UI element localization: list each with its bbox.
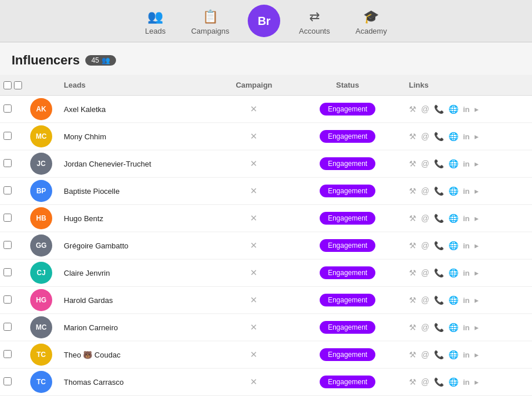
link-phone-icon[interactable]: 📞 bbox=[434, 186, 444, 196]
campaign-x-icon[interactable]: ✕ bbox=[250, 131, 258, 141]
link-at-icon[interactable]: @ bbox=[421, 350, 429, 359]
link-extra-icon[interactable]: ▸ bbox=[475, 186, 479, 196]
link-phone-icon[interactable]: 📞 bbox=[434, 159, 444, 168]
link-web-icon[interactable]: 🌐 bbox=[448, 159, 458, 168]
campaign-x-icon[interactable]: ✕ bbox=[250, 240, 258, 250]
link-linkedin-icon[interactable]: in bbox=[463, 160, 470, 168]
link-web-icon[interactable]: 🌐 bbox=[448, 377, 458, 387]
link-extra-icon[interactable]: ▸ bbox=[475, 241, 479, 250]
link-at-icon[interactable]: @ bbox=[421, 186, 429, 196]
link-at-icon[interactable]: @ bbox=[421, 323, 429, 332]
campaign-x-icon[interactable]: ✕ bbox=[250, 213, 258, 223]
row-checkbox[interactable] bbox=[3, 132, 12, 140]
link-tool-icon[interactable]: ⚒ bbox=[409, 377, 417, 387]
status-badge[interactable]: Engagement bbox=[320, 103, 375, 116]
nav-accounts[interactable]: ⇄ Accounts bbox=[286, 6, 342, 41]
status-badge[interactable]: Engagement bbox=[320, 130, 375, 143]
link-web-icon[interactable]: 🌐 bbox=[448, 241, 458, 250]
link-phone-icon[interactable]: 📞 bbox=[434, 104, 444, 114]
link-phone-icon[interactable]: 📞 bbox=[434, 350, 444, 359]
link-phone-icon[interactable]: 📞 bbox=[434, 214, 444, 223]
brand-logo[interactable]: Br bbox=[248, 5, 280, 37]
link-web-icon[interactable]: 🌐 bbox=[448, 323, 458, 332]
link-at-icon[interactable]: @ bbox=[421, 104, 429, 114]
campaign-x-icon[interactable]: ✕ bbox=[250, 268, 258, 277]
link-linkedin-icon[interactable]: in bbox=[463, 378, 470, 387]
link-phone-icon[interactable]: 📞 bbox=[434, 268, 444, 277]
leads-table-container[interactable]: Leads Campaign Status Links AK Axel Kale… bbox=[0, 75, 532, 397]
link-at-icon[interactable]: @ bbox=[421, 241, 429, 250]
row-checkbox[interactable] bbox=[3, 104, 12, 113]
status-badge[interactable]: Engagement bbox=[320, 321, 375, 334]
link-extra-icon[interactable]: ▸ bbox=[475, 377, 479, 387]
link-extra-icon[interactable]: ▸ bbox=[475, 350, 479, 359]
link-at-icon[interactable]: @ bbox=[421, 214, 429, 223]
row-checkbox[interactable] bbox=[3, 241, 12, 249]
link-at-icon[interactable]: @ bbox=[421, 159, 429, 168]
link-tool-icon[interactable]: ⚒ bbox=[409, 186, 417, 196]
link-web-icon[interactable]: 🌐 bbox=[448, 295, 458, 305]
link-extra-icon[interactable]: ▸ bbox=[475, 295, 479, 305]
campaign-x-icon[interactable]: ✕ bbox=[250, 349, 258, 359]
row-checkbox[interactable] bbox=[3, 214, 12, 222]
link-phone-icon[interactable]: 📞 bbox=[434, 295, 444, 305]
nav-campaigns[interactable]: 📋 Campaigns bbox=[178, 6, 242, 41]
status-badge[interactable]: Engagement bbox=[320, 212, 375, 225]
row-checkbox[interactable] bbox=[3, 268, 12, 276]
link-linkedin-icon[interactable]: in bbox=[463, 323, 470, 332]
row-checkbox[interactable] bbox=[3, 295, 12, 304]
link-extra-icon[interactable]: ▸ bbox=[475, 214, 479, 223]
select-all-checkbox-1[interactable] bbox=[3, 81, 12, 89]
link-extra-icon[interactable]: ▸ bbox=[475, 104, 479, 114]
link-tool-icon[interactable]: ⚒ bbox=[409, 104, 417, 114]
campaign-x-icon[interactable]: ✕ bbox=[250, 186, 258, 196]
link-web-icon[interactable]: 🌐 bbox=[448, 104, 458, 114]
link-web-icon[interactable]: 🌐 bbox=[448, 214, 458, 223]
row-checkbox[interactable] bbox=[3, 377, 12, 385]
nav-leads[interactable]: 👥 Leads bbox=[132, 6, 178, 41]
link-linkedin-icon[interactable]: in bbox=[463, 214, 470, 223]
link-linkedin-icon[interactable]: in bbox=[463, 105, 470, 114]
status-badge[interactable]: Engagement bbox=[320, 157, 375, 170]
row-checkbox[interactable] bbox=[3, 350, 12, 358]
link-tool-icon[interactable]: ⚒ bbox=[409, 295, 417, 305]
link-extra-icon[interactable]: ▸ bbox=[475, 268, 479, 277]
link-phone-icon[interactable]: 📞 bbox=[434, 377, 444, 387]
link-linkedin-icon[interactable]: in bbox=[463, 269, 470, 277]
link-at-icon[interactable]: @ bbox=[421, 377, 429, 387]
link-tool-icon[interactable]: ⚒ bbox=[409, 268, 417, 277]
link-linkedin-icon[interactable]: in bbox=[463, 187, 470, 196]
select-all-checkbox-2[interactable] bbox=[14, 81, 22, 89]
campaign-x-icon[interactable]: ✕ bbox=[250, 104, 258, 114]
nav-academy[interactable]: 🎓 Academy bbox=[343, 6, 400, 41]
link-tool-icon[interactable]: ⚒ bbox=[409, 350, 417, 359]
link-at-icon[interactable]: @ bbox=[421, 295, 429, 305]
link-tool-icon[interactable]: ⚒ bbox=[409, 132, 417, 141]
row-checkbox[interactable] bbox=[3, 186, 12, 194]
status-badge[interactable]: Engagement bbox=[320, 376, 375, 388]
link-web-icon[interactable]: 🌐 bbox=[448, 350, 458, 359]
link-at-icon[interactable]: @ bbox=[421, 268, 429, 277]
link-web-icon[interactable]: 🌐 bbox=[448, 186, 458, 196]
link-web-icon[interactable]: 🌐 bbox=[448, 268, 458, 277]
campaign-x-icon[interactable]: ✕ bbox=[250, 322, 258, 332]
link-linkedin-icon[interactable]: in bbox=[463, 132, 470, 141]
link-extra-icon[interactable]: ▸ bbox=[475, 323, 479, 332]
link-extra-icon[interactable]: ▸ bbox=[475, 159, 479, 168]
status-badge[interactable]: Engagement bbox=[320, 348, 375, 361]
link-tool-icon[interactable]: ⚒ bbox=[409, 214, 417, 223]
link-linkedin-icon[interactable]: in bbox=[463, 296, 470, 305]
link-phone-icon[interactable]: 📞 bbox=[434, 132, 444, 141]
link-web-icon[interactable]: 🌐 bbox=[448, 132, 458, 141]
link-phone-icon[interactable]: 📞 bbox=[434, 241, 444, 250]
row-checkbox[interactable] bbox=[3, 323, 12, 331]
status-badge[interactable]: Engagement bbox=[320, 185, 375, 197]
link-phone-icon[interactable]: 📞 bbox=[434, 323, 444, 332]
status-badge[interactable]: Engagement bbox=[320, 239, 375, 252]
link-tool-icon[interactable]: ⚒ bbox=[409, 241, 417, 250]
link-linkedin-icon[interactable]: in bbox=[463, 241, 470, 250]
campaign-x-icon[interactable]: ✕ bbox=[250, 295, 258, 305]
link-at-icon[interactable]: @ bbox=[421, 132, 429, 141]
link-extra-icon[interactable]: ▸ bbox=[475, 132, 479, 141]
link-linkedin-icon[interactable]: in bbox=[463, 351, 470, 359]
